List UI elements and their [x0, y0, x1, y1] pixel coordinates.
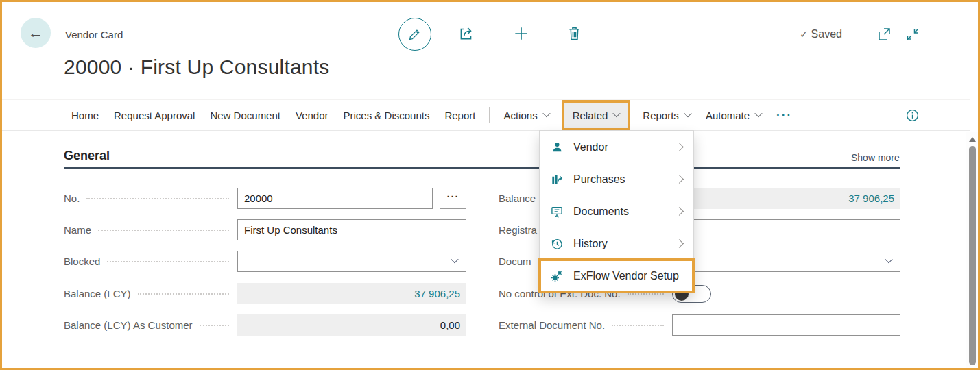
check-icon: ✓ [800, 28, 809, 40]
dotted-leader [107, 261, 229, 262]
info-button[interactable] [905, 108, 920, 123]
field-label: Balance (LCY) [64, 288, 131, 299]
history-icon [549, 237, 564, 251]
gears-icon [549, 269, 564, 283]
field-label: Blocked [64, 256, 100, 267]
menu-item-documents[interactable]: Documents [540, 195, 693, 227]
vertical-scrollbar[interactable] [966, 132, 978, 368]
external-doc-no-input[interactable] [672, 314, 900, 336]
blocked-combobox[interactable] [237, 251, 466, 272]
trash-icon [566, 25, 583, 42]
chevron-down-icon [885, 256, 892, 263]
field-label: Balance (LCY) As Customer [64, 319, 193, 331]
dotted-leader [98, 230, 229, 231]
menu-item-purchases[interactable]: Purchases [540, 163, 693, 195]
pencil-icon [407, 27, 422, 42]
page-caption: Vendor Card [65, 29, 123, 40]
back-button[interactable]: ← [21, 18, 51, 48]
chevron-down-icon [613, 109, 621, 116]
document-combobox[interactable] [672, 251, 900, 272]
ribbon-separator [489, 107, 490, 123]
back-arrow-icon: ← [28, 24, 43, 42]
page-title: 20000 · First Up Consultants [64, 56, 329, 79]
field-label: Docum [499, 256, 531, 267]
ribbon-dropdown-related[interactable]: Related [564, 103, 628, 128]
field-row-blocked: Blocked [64, 251, 466, 272]
assist-edit-button[interactable]: ··· [440, 188, 466, 209]
ribbon-dropdown-automate[interactable]: Automate [706, 110, 761, 121]
ribbon-item-new-document[interactable]: New Document [210, 110, 280, 121]
more-options-button[interactable]: ··· [776, 108, 792, 122]
section-heading-general[interactable]: General [64, 149, 110, 163]
popout-icon [876, 26, 892, 42]
section-divider [64, 167, 900, 169]
field-row-balance-lcy: Balance (LCY) 37 906,25 [64, 283, 466, 304]
ribbon-item-prices-discounts[interactable]: Prices & Discounts [344, 110, 430, 121]
field-row-no: No. ··· [64, 188, 466, 209]
name-input[interactable] [237, 219, 466, 241]
field-label: External Document No. [499, 319, 605, 331]
menu-item-exflow-vendor-setup[interactable]: ExFlow Vendor Setup [540, 260, 693, 292]
chevron-down-icon [542, 109, 550, 116]
chevron-down-icon [451, 256, 458, 263]
chevron-right-icon [675, 143, 684, 151]
open-in-new-window-button[interactable] [876, 26, 892, 42]
monitor-icon [549, 205, 564, 219]
balance-due-value[interactable]: 37 906,25 [672, 188, 900, 209]
balance-as-customer-value: 0,00 [237, 314, 466, 336]
ribbon-item-report[interactable]: Report [444, 110, 475, 121]
share-icon [457, 25, 475, 42]
ribbon-dropdown-actions[interactable]: Actions [503, 110, 549, 121]
field-row-external-doc-no: External Document No. [499, 314, 900, 336]
related-dropdown-menu: Vendor Purchases Documents [539, 130, 694, 293]
plus-icon [512, 25, 530, 42]
chevron-right-icon [675, 175, 684, 184]
person-icon [549, 140, 564, 153]
field-label: Balance [499, 193, 536, 204]
ribbon-item-request-approval[interactable]: Request Approval [114, 110, 195, 121]
field-label: Name [64, 224, 91, 236]
registration-input[interactable] [672, 219, 900, 241]
save-status: ✓ Saved [800, 28, 842, 40]
ribbon-item-vendor[interactable]: Vendor [296, 110, 328, 121]
saved-label: Saved [811, 28, 842, 40]
delete-button[interactable] [566, 25, 583, 42]
dotted-leader [628, 293, 664, 295]
edit-button[interactable] [398, 18, 431, 51]
dotted-leader [612, 325, 664, 326]
field-row-name: Name [64, 219, 466, 241]
field-row-balance-as-customer: Balance (LCY) As Customer 0,00 [64, 314, 466, 336]
info-icon [905, 108, 920, 123]
dotted-leader [200, 325, 229, 326]
chevron-down-icon [754, 109, 762, 116]
scroll-up-arrow-icon[interactable] [969, 137, 976, 142]
balance-lcy-value[interactable]: 37 906,25 [237, 283, 466, 304]
collapse-button[interactable] [905, 26, 921, 42]
chevron-right-icon [675, 239, 684, 248]
field-label: No. [64, 193, 80, 204]
chevron-right-icon [675, 207, 684, 216]
show-more-link[interactable]: Show more [851, 152, 900, 163]
share-button[interactable] [457, 25, 475, 42]
field-label: Registra [499, 224, 537, 236]
dotted-leader [138, 293, 229, 295]
no-input[interactable] [237, 188, 433, 209]
dotted-leader [86, 198, 229, 199]
ribbon-item-home[interactable]: Home [71, 110, 99, 121]
chevron-down-icon [684, 109, 691, 116]
menu-item-vendor[interactable]: Vendor [540, 131, 693, 163]
action-bar: Home Request Approval New Document Vendo… [2, 99, 970, 131]
ribbon-dropdown-reports[interactable]: Reports [643, 110, 691, 121]
collapse-icon [905, 26, 921, 42]
new-button[interactable] [512, 25, 530, 42]
menu-item-history[interactable]: History [540, 227, 693, 260]
scrollbar-thumb[interactable] [969, 146, 976, 365]
ledger-icon [549, 173, 564, 186]
